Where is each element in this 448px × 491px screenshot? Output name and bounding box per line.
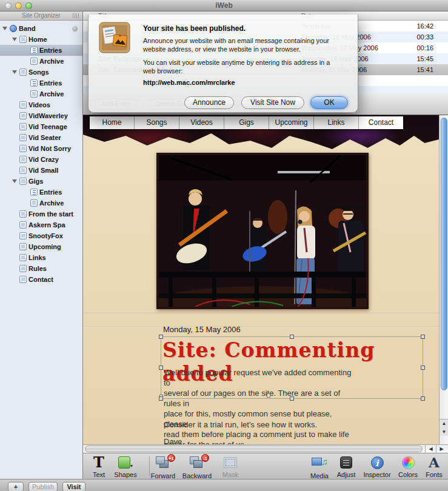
- band-photo[interactable]: Snoo: [156, 153, 369, 309]
- scroll-down-icon[interactable]: ▼: [440, 428, 448, 436]
- title-bar[interactable]: iWeb: [0, 0, 448, 12]
- selection-handle[interactable]: [290, 335, 294, 339]
- sidebar-item-contact[interactable]: Contact: [0, 274, 82, 285]
- scroll-left-icon[interactable]: ◀: [425, 445, 436, 453]
- announce-button[interactable]: Announce: [184, 96, 234, 109]
- horizontal-scroll-thumb[interactable]: [85, 446, 423, 452]
- sidebar-item-vid-teenage[interactable]: Vid Teenage: [0, 121, 82, 132]
- sidebar-item-home[interactable]: Home: [0, 34, 82, 45]
- disclosure-triangle-icon[interactable]: [12, 179, 17, 183]
- main-toolbar: T Text ▾ Shapes +1 Forward -1 Backward M…: [83, 453, 448, 479]
- publish-status-icon: [72, 26, 78, 32]
- ok-button[interactable]: OK: [310, 96, 348, 109]
- page-icon: [19, 156, 27, 163]
- forward-badge: +1: [167, 454, 175, 462]
- sidebar-item-vidwaverley[interactable]: VidWaverley: [0, 110, 82, 121]
- body-line: several of our pages on the site. There …: [164, 388, 352, 409]
- sidebar-item-upcoming[interactable]: Upcoming: [0, 241, 82, 252]
- site-navigation: Home Songs Videos Gigs Upcoming Links Co…: [90, 116, 403, 129]
- sidebar-item-vid-small[interactable]: Vid Small: [0, 165, 82, 176]
- horizontal-scrollbar[interactable]: ◀ ▶: [83, 444, 448, 453]
- page-icon: [19, 254, 27, 261]
- sidebar-item-songs-archive[interactable]: Archive: [0, 89, 82, 99]
- band-photo-image: Snoo: [159, 155, 366, 307]
- publish-button[interactable]: Publish: [28, 482, 58, 491]
- backward-tool[interactable]: -1 Backward: [180, 455, 214, 479]
- sheet-body-1: Announce your website with an email mess…: [143, 36, 343, 53]
- visit-button[interactable]: Visit: [62, 482, 85, 491]
- page-icon: [30, 199, 38, 207]
- vertical-scrollbar[interactable]: ▲ ▼: [439, 115, 448, 444]
- mask-icon: [224, 457, 237, 468]
- page-icon: [19, 265, 27, 272]
- site-url: http://web.mac.com/mrclarke: [143, 79, 235, 86]
- shapes-tool[interactable]: ▾ Shapes: [109, 455, 142, 478]
- page-icon: [19, 145, 27, 152]
- sidebar-item-rules[interactable]: Rules: [0, 263, 82, 274]
- selection-handle[interactable]: [421, 335, 425, 339]
- nav-item-songs[interactable]: Songs: [135, 116, 179, 129]
- sidebar-item-home-entries[interactable]: Entries: [0, 45, 82, 56]
- disclosure-triangle-icon[interactable]: [2, 27, 7, 30]
- sheet-title: Your site has been published.: [143, 24, 246, 33]
- selection-handle[interactable]: [421, 396, 425, 401]
- iweb-app-icon: [99, 22, 130, 53]
- nav-item-links[interactable]: Links: [314, 116, 359, 129]
- inspector-tool[interactable]: i Inspector: [360, 455, 394, 478]
- page-icon: [19, 276, 27, 283]
- nav-item-gigs[interactable]: Gigs: [224, 116, 269, 129]
- site-globe-icon: [10, 25, 17, 32]
- sidebar-item-songs-entries[interactable]: Entries: [0, 78, 82, 89]
- webpage-canvas[interactable]: Home Songs Videos Gigs Upcoming Links Co…: [83, 115, 439, 444]
- page-icon: [19, 36, 27, 43]
- site-tree: Band Home Entries Archive Songs Entries …: [0, 21, 82, 285]
- body-line: easier for the rest of us.: [164, 439, 352, 444]
- sidebar-item-home-archive[interactable]: Archive: [0, 56, 82, 67]
- entries-list-icon: [30, 79, 38, 87]
- sidebar-item-gigs-entries[interactable]: Entries: [0, 187, 82, 198]
- visit-site-now-button[interactable]: Visit Site Now: [241, 96, 304, 109]
- disclosure-triangle-icon[interactable]: [12, 70, 17, 74]
- nav-item-upcoming[interactable]: Upcoming: [269, 116, 314, 129]
- sidebar-item-vid-not-sorry[interactable]: Vid Not Sorry: [0, 143, 82, 154]
- sidebar-item-gigs[interactable]: Gigs: [0, 176, 82, 187]
- fonts-tool[interactable]: A Fonts: [417, 455, 448, 478]
- nav-item-contact[interactable]: Contact: [359, 116, 403, 129]
- selection-handle[interactable]: [159, 396, 163, 401]
- inspector-icon: i: [371, 456, 384, 469]
- entry-body[interactable]: Well due to popular request we've added …: [164, 367, 352, 444]
- sidebar-item-vid-seater[interactable]: Vid Seater: [0, 132, 82, 143]
- sidebar-item-snootyfox[interactable]: SnootyFox: [0, 230, 82, 241]
- disclosure-triangle-icon[interactable]: [12, 38, 17, 41]
- entry-closing[interactable]: Consider it a trial run, let's see how i…: [164, 420, 317, 429]
- page-icon: [19, 221, 27, 229]
- scroll-right-icon[interactable]: ▶: [436, 445, 447, 453]
- body-line: Well due to popular request we've added …: [164, 367, 352, 388]
- page-icon: [19, 210, 27, 218]
- nav-item-home[interactable]: Home: [90, 116, 135, 129]
- body-line: read them before placing a comment just …: [164, 429, 352, 439]
- selection-handle[interactable]: [159, 366, 163, 370]
- selection-handle[interactable]: [159, 335, 163, 339]
- sidebar-item-gigs-archive[interactable]: Archive: [0, 198, 82, 209]
- sidebar-item-from-the-start[interactable]: From the start: [0, 209, 82, 219]
- entry-date[interactable]: Monday, 15 May 2006: [163, 325, 241, 334]
- sidebar-item-songs[interactable]: Songs: [0, 67, 82, 78]
- color-wheel-icon: [402, 456, 415, 469]
- forward-tool[interactable]: +1 Forward: [146, 455, 180, 479]
- selection-handle[interactable]: [421, 366, 425, 370]
- sidebar-item-band[interactable]: Band: [0, 23, 82, 34]
- sidebar-item-vid-crazy[interactable]: Vid Crazy: [0, 154, 82, 165]
- scroll-up-icon[interactable]: ▲: [440, 419, 448, 428]
- panel-grip-icon[interactable]: [73, 13, 80, 18]
- vertical-scroll-thumb[interactable]: [441, 118, 447, 390]
- sidebar-item-videos[interactable]: Videos: [0, 99, 82, 110]
- entry-signature[interactable]: Dave: [164, 437, 182, 444]
- nav-item-videos[interactable]: Videos: [179, 116, 224, 129]
- adjust-tool[interactable]: Adjust: [329, 455, 363, 478]
- selection-handle[interactable]: [290, 396, 294, 401]
- sidebar-item-links[interactable]: Links: [0, 252, 82, 263]
- page-icon: [19, 68, 27, 76]
- add-page-button[interactable]: +: [8, 482, 24, 491]
- sidebar-item-askern-spa[interactable]: Askern Spa: [0, 219, 82, 230]
